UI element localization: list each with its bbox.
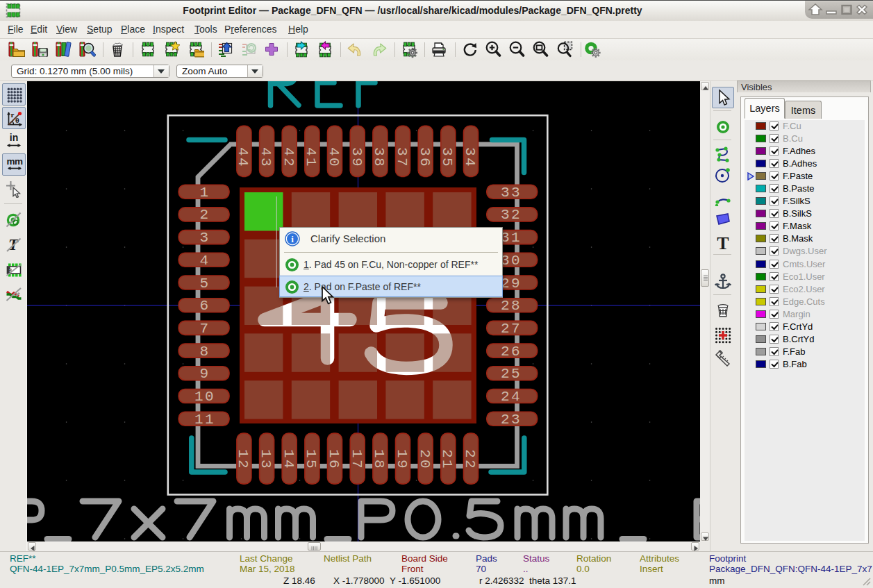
svg-text:1: 1	[199, 185, 210, 201]
svg-text:18: 18	[371, 449, 387, 470]
svg-text:16: 16	[326, 449, 342, 470]
svg-text:36: 36	[417, 147, 433, 168]
svg-text:31: 31	[501, 230, 522, 246]
svg-text:39: 39	[349, 147, 365, 168]
svg-text:34: 34	[462, 147, 478, 168]
svg-text:θ: θ	[15, 116, 19, 124]
svg-text:37: 37	[394, 147, 410, 168]
svg-text:29: 29	[501, 276, 522, 292]
svg-text:14: 14	[281, 449, 297, 470]
svg-text:3: 3	[199, 230, 210, 246]
svg-text:43: 43	[258, 147, 274, 168]
svg-text:40: 40	[326, 147, 342, 168]
svg-text:mm: mm	[6, 156, 23, 167]
svg-text:12: 12	[235, 449, 251, 470]
svg-text:13: 13	[258, 449, 274, 470]
svg-text:4: 4	[199, 253, 210, 269]
svg-text:r: r	[11, 110, 15, 118]
svg-text:23: 23	[501, 412, 522, 428]
svg-text:20: 20	[417, 449, 433, 470]
svg-text:41: 41	[303, 147, 319, 168]
svg-text:8: 8	[199, 344, 210, 360]
svg-text:11: 11	[194, 412, 215, 428]
svg-text:26: 26	[501, 344, 522, 360]
svg-text:T: T	[717, 234, 729, 252]
svg-text:33: 33	[501, 185, 522, 201]
svg-text:30: 30	[501, 253, 522, 269]
svg-text:42: 42	[281, 147, 297, 168]
svg-text:in: in	[10, 133, 18, 143]
svg-text:7: 7	[199, 321, 210, 337]
svg-text:6: 6	[199, 298, 210, 314]
svg-text:27: 27	[501, 321, 522, 337]
svg-text:19: 19	[394, 449, 410, 470]
svg-text:35: 35	[439, 147, 455, 168]
svg-text:24: 24	[501, 389, 522, 405]
svg-text:10: 10	[194, 389, 215, 405]
svg-text:9: 9	[199, 366, 210, 382]
svg-text:15: 15	[303, 449, 319, 470]
svg-text:25: 25	[501, 366, 522, 382]
svg-text:28: 28	[501, 298, 522, 314]
svg-text:44: 44	[235, 147, 251, 168]
svg-text:22: 22	[462, 449, 478, 470]
svg-text:2: 2	[199, 207, 210, 223]
svg-text:i: i	[291, 234, 294, 244]
svg-text:21: 21	[439, 449, 455, 470]
svg-text:17: 17	[349, 449, 365, 470]
svg-text:38: 38	[371, 147, 387, 168]
svg-text:32: 32	[501, 207, 522, 223]
svg-text:5: 5	[199, 276, 210, 292]
